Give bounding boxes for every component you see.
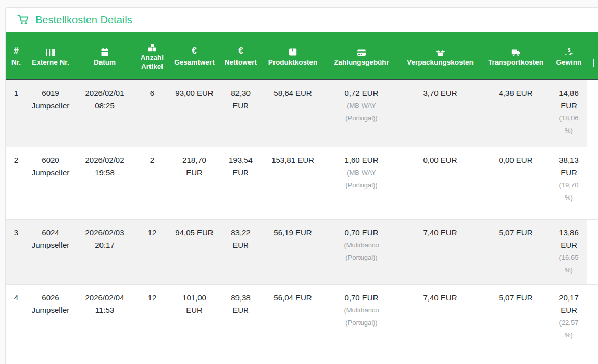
table-body: 1 6019 Jumpseller 2026/02/01 08:25 6 93,…	[6, 80, 598, 364]
cell-zahlungsgebuehr: 1,60 EUR (MB WAY (Portugal))	[323, 147, 400, 219]
truck-icon	[483, 45, 549, 56]
cell-datum: 2026/02/03 20:17	[74, 219, 135, 284]
col-header-nr: # Nr.	[6, 32, 27, 80]
cell-clipped	[587, 284, 598, 364]
cell-nr: 4	[6, 284, 27, 364]
cell-zahlungsgebuehr: 0,72 EUR (MB WAY (Portugal))	[323, 80, 400, 147]
hash-icon: #	[8, 45, 24, 56]
cell-zahlungsgebuehr: 0,70 EUR (Multibanco (Portugal))	[323, 219, 400, 284]
page-title: Bestellkosten Details	[35, 14, 132, 26]
cell-clipped	[587, 80, 598, 147]
panel-header: Bestellkosten Details	[6, 8, 598, 32]
clipped-column-header	[587, 32, 598, 80]
cell-transportkosten: 5,07 EUR	[481, 219, 551, 284]
payment-method: (Multibanco (Portugal))	[331, 239, 392, 264]
cell-produktkosten: 153,81 EUR	[262, 147, 323, 219]
table-row: 2 6020 Jumpseller 2026/02/02 19:58 2 218…	[6, 147, 598, 219]
cell-gesamtwert: 218,70 EUR	[169, 147, 219, 219]
cell-nettowert: 193,54 EUR	[219, 147, 262, 219]
cell-anzahl-artikel: 2	[135, 147, 169, 219]
euro-icon: €	[171, 45, 217, 56]
cell-anzahl-artikel: 6	[135, 80, 169, 147]
profit-percent: (18,06 %)	[555, 112, 582, 137]
col-header-transportkosten: Transportkosten	[481, 32, 551, 80]
cubes-icon	[137, 40, 167, 52]
profit-percent: (16,65 %)	[555, 252, 582, 277]
calendar-icon	[77, 45, 133, 56]
cell-nr: 3	[6, 219, 27, 284]
box-icon	[264, 45, 321, 56]
cell-externe-nr: 6026 Jumpseller	[27, 284, 74, 364]
cell-gesamtwert: 94,05 EUR	[169, 219, 219, 284]
cell-datum: 2026/02/01 08:25	[74, 80, 135, 147]
page: { "panel": { "title": "Bestellkosten Det…	[0, 0, 598, 364]
cell-gesamtwert: 101,00 EUR	[169, 284, 219, 364]
cell-transportkosten: 4,38 EUR	[481, 80, 551, 147]
payment-method: (MB WAY (Portugal))	[331, 167, 392, 192]
col-header-datum: Datum	[74, 32, 135, 80]
cell-transportkosten: 5,07 EUR	[481, 284, 551, 364]
table-header: # Nr. Externe Nr.	[6, 32, 598, 80]
hand-holding-dollar-icon: $	[553, 45, 585, 56]
clipped-column-glyph	[593, 59, 594, 67]
shopping-cart-icon	[17, 14, 30, 26]
cell-gewinn: 14,86 EUR (18,06 %)	[551, 80, 587, 147]
profit-percent: (22,57 %)	[555, 317, 582, 342]
cell-anzahl-artikel: 12	[135, 284, 169, 364]
col-header-produktkosten: Produktkosten	[262, 32, 323, 80]
table-row: 1 6019 Jumpseller 2026/02/01 08:25 6 93,…	[6, 80, 598, 147]
order-costs-panel: Bestellkosten Details # Nr.	[5, 7, 598, 364]
cell-zahlungsgebuehr: 0,70 EUR (Multibanco (Portugal))	[323, 284, 400, 364]
cell-datum: 2026/02/04 11:53	[74, 284, 135, 364]
credit-card-icon	[326, 45, 397, 56]
cell-datum: 2026/02/02 19:58	[74, 147, 135, 219]
cell-gewinn: 38,13 EUR (19,70 %)	[551, 147, 587, 219]
svg-text:$: $	[568, 47, 571, 53]
cell-clipped	[587, 147, 598, 219]
cell-verpackungskosten: 3,70 EUR	[400, 80, 481, 147]
cell-produktkosten: 56,19 EUR	[262, 219, 323, 284]
euro-icon: €	[221, 45, 260, 56]
cell-gewinn: 13,86 EUR (16,65 %)	[551, 219, 587, 284]
cell-gesamtwert: 93,00 EUR	[169, 80, 219, 147]
cell-nettowert: 83,22 EUR	[219, 219, 262, 284]
cell-externe-nr: 6019 Jumpseller	[27, 80, 74, 147]
cell-clipped	[587, 219, 598, 284]
cell-externe-nr: 6024 Jumpseller	[27, 219, 74, 284]
col-header-nettowert: € Nettowert	[219, 32, 262, 80]
box-open-icon	[402, 45, 479, 56]
cell-transportkosten: 0,00 EUR	[481, 147, 551, 219]
order-costs-table: # Nr. Externe Nr.	[6, 32, 598, 364]
cell-nettowert: 89,38 EUR	[219, 284, 262, 364]
payment-method: (Multibanco (Portugal))	[331, 304, 392, 329]
col-header-gesamtwert: € Gesamtwert	[169, 32, 219, 80]
col-header-gewinn: $ Gewinn	[551, 32, 587, 80]
cell-verpackungskosten: 7,40 EUR	[400, 284, 481, 364]
cell-nr: 2	[6, 147, 27, 219]
cell-externe-nr: 6020 Jumpseller	[27, 147, 74, 219]
cell-produktkosten: 58,64 EUR	[262, 80, 323, 147]
cell-verpackungskosten: 7,40 EUR	[400, 219, 481, 284]
table-row: 3 6024 Jumpseller 2026/02/03 20:17 12 94…	[6, 219, 598, 284]
table-row: 4 6026 Jumpseller 2026/02/04 11:53 12 10…	[6, 284, 598, 364]
cell-verpackungskosten: 0,00 EUR	[400, 147, 481, 219]
barcode-icon	[29, 45, 72, 56]
cell-nr: 1	[6, 80, 27, 147]
cell-nettowert: 82,30 EUR	[219, 80, 262, 147]
cell-produktkosten: 56,04 EUR	[262, 284, 323, 364]
col-header-externe-nr: Externe Nr.	[27, 32, 74, 80]
col-header-verpackungskosten: Verpackungskosten	[400, 32, 481, 80]
profit-percent: (19,70 %)	[555, 179, 582, 204]
payment-method: (MB WAY (Portugal))	[331, 99, 392, 124]
col-header-zahlungsgebuehr: Zahlungsgebühr	[323, 32, 400, 80]
cell-gewinn: 20,17 EUR (22,57 %)	[551, 284, 587, 364]
cell-anzahl-artikel: 12	[135, 219, 169, 284]
col-header-anzahl-artikel: Anzahl Artikel	[135, 32, 169, 80]
